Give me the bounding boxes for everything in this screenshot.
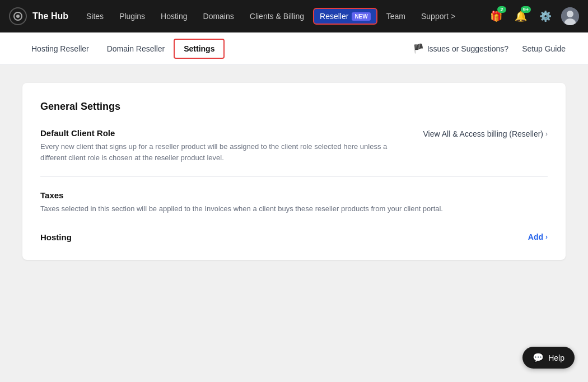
gift-button[interactable]: 🎁 2 — [487, 7, 505, 25]
navbar-logo[interactable]: The Hub — [9, 7, 68, 25]
settings-card: General Settings Default Client Role Eve… — [22, 83, 566, 260]
setup-guide-label: Setup Guide — [522, 44, 566, 53]
taxes-section: Taxes Taxes selected in this section wil… — [40, 177, 548, 242]
svg-point-1 — [16, 15, 20, 18]
nav-hosting[interactable]: Hosting — [154, 8, 194, 24]
card-title: General Settings — [40, 101, 548, 113]
main-content: General Settings Default Client Role Eve… — [0, 65, 588, 278]
default-client-role-desc: Every new client that signs up for a res… — [40, 141, 401, 163]
hosting-label: Hosting — [40, 232, 72, 242]
subnav-settings[interactable]: Settings — [174, 39, 225, 59]
default-client-role-heading: Default Client Role — [40, 128, 401, 138]
subnav-domain-reseller[interactable]: Domain Reseller — [98, 40, 174, 58]
nav-clients-billing[interactable]: Clients & Billing — [243, 8, 311, 24]
svg-point-3 — [567, 11, 573, 17]
settings-button[interactable]: ⚙️ — [536, 7, 554, 25]
subnav-hosting-reseller[interactable]: Hosting Reseller — [22, 40, 98, 58]
add-hosting-label: Add — [528, 232, 543, 241]
subnav: Hosting Reseller Domain Reseller Setting… — [0, 32, 588, 65]
nav-plugins[interactable]: Plugins — [113, 8, 152, 24]
issues-suggestions-label: Issues or Suggestions? — [427, 44, 509, 53]
help-button[interactable]: 💬 Help — [522, 347, 575, 369]
nav-reseller[interactable]: Reseller NEW — [313, 8, 377, 25]
navbar-brand: The Hub — [32, 11, 68, 21]
gift-badge: 2 — [497, 6, 506, 13]
notifications-button[interactable]: 🔔 9+ — [512, 7, 530, 25]
flag-icon: 🏴 — [413, 43, 424, 54]
view-all-billing-label: View All & Access billing (Reseller) — [423, 129, 544, 138]
nav-reseller-badge: NEW — [352, 12, 370, 21]
nav-support[interactable]: Support > — [414, 8, 462, 24]
subnav-right: 🏴 Issues or Suggestions? Setup Guide — [413, 43, 566, 54]
gear-icon: ⚙️ — [539, 10, 552, 22]
nav-team[interactable]: Team — [380, 8, 412, 24]
user-avatar[interactable] — [561, 7, 579, 25]
notifications-badge: 9+ — [521, 6, 531, 13]
chevron-right-icon: › — [545, 130, 548, 138]
default-client-role-text: Default Client Role Every new client tha… — [40, 128, 401, 163]
navbar: The Hub Sites Plugins Hosting Domains Cl… — [0, 0, 588, 32]
navbar-right: 🎁 2 🔔 9+ ⚙️ — [487, 7, 579, 25]
view-all-billing-link[interactable]: View All & Access billing (Reseller) › — [423, 128, 548, 138]
help-label: Help — [548, 353, 564, 362]
default-client-role-section: Default Client Role Every new client tha… — [40, 128, 548, 177]
subnav-links: Hosting Reseller Domain Reseller Setting… — [22, 39, 413, 59]
taxes-heading: Taxes — [40, 190, 548, 200]
setup-guide-link[interactable]: Setup Guide — [522, 44, 566, 53]
add-chevron-icon: › — [545, 233, 548, 241]
navbar-links: Sites Plugins Hosting Domains Clients & … — [80, 8, 487, 25]
hosting-row: Hosting Add › — [40, 228, 548, 242]
nav-domains[interactable]: Domains — [197, 8, 241, 24]
taxes-desc: Taxes selected in this section will be a… — [40, 203, 548, 215]
logo-icon — [9, 7, 27, 25]
nav-sites[interactable]: Sites — [80, 8, 110, 24]
chat-icon: 💬 — [533, 352, 544, 363]
add-hosting-button[interactable]: Add › — [528, 232, 548, 241]
issues-suggestions-link[interactable]: 🏴 Issues or Suggestions? — [413, 43, 509, 54]
nav-reseller-label: Reseller — [320, 12, 348, 21]
